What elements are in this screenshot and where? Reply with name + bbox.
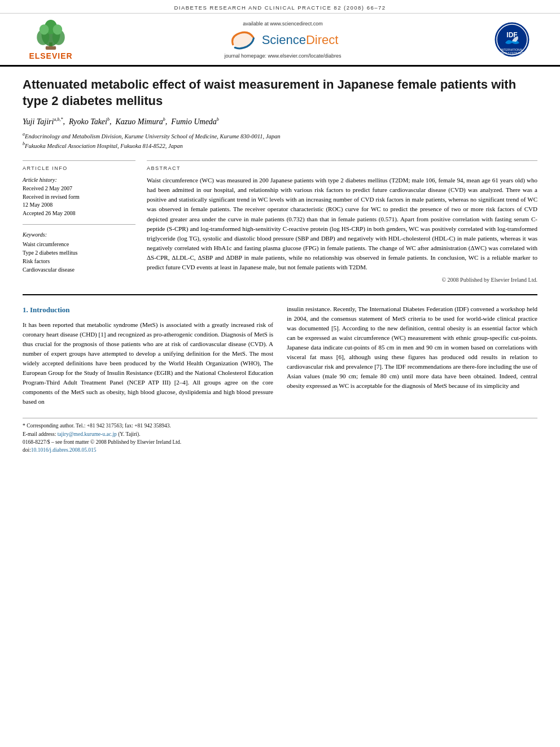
authors-line: Yuji Tajiria,b,*, Ryoko Takeib, Kazuo Mi… <box>23 117 537 126</box>
sd-science: Science <box>262 33 306 47</box>
journal-homepage-text: journal homepage: www.elsevier.com/locat… <box>224 53 341 59</box>
keyword-4: Cardiovascular disease <box>23 265 135 274</box>
sciencedirect-logo: ScienceDirect <box>228 30 339 50</box>
affiliations: aEndocrinology and Metabolism Division, … <box>23 131 537 151</box>
author-2-sup: b <box>107 117 110 122</box>
author-3-sup: b <box>163 117 165 122</box>
journal-header-text: DIABETES RESEARCH AND CLINICAL PRACTICE … <box>174 5 386 11</box>
affiliation-b-text: Fukuoka Medical Association Hospital, Fu… <box>25 143 183 149</box>
author-3: Kazuo Mimurab <box>115 117 165 126</box>
received-date: Received 2 May 2007 <box>23 185 135 193</box>
sd-direct: Direct <box>306 33 338 47</box>
affiliation-b: bFukuoka Medical Association Hospital, F… <box>23 141 537 150</box>
abstract-panel: ABSTRACT Waist circumference (WC) was me… <box>147 160 537 282</box>
section-divider <box>23 294 537 295</box>
author-2: Ryoko Takeib <box>69 117 110 126</box>
footnote-doi: doi:10.1016/j.diabres.2008.05.015 <box>23 446 537 454</box>
footnote-area: * Corresponding author. Tel.: +81 942 31… <box>23 418 537 454</box>
keyword-2: Type 2 diabetes mellitus <box>23 248 135 257</box>
keyword-1: Waist circumference <box>23 240 135 248</box>
intro-col2-text: insulin resistance. Recently, The Intern… <box>287 304 537 391</box>
abstract-title: ABSTRACT <box>147 165 537 171</box>
intro-col1-text: It has been reported that metabolic synd… <box>23 320 273 407</box>
author-4-sup: b <box>217 117 219 122</box>
info-divider <box>23 224 135 225</box>
affiliation-a-text: Endocrinology and Metabolism Division, K… <box>25 133 280 139</box>
affiliation-a: aEndocrinology and Metabolism Division, … <box>23 131 537 141</box>
introduction-col1: 1. Introduction It has been reported tha… <box>23 304 273 407</box>
introduction-columns: 1. Introduction It has been reported tha… <box>23 304 537 407</box>
sciencedirect-swoosh-icon <box>228 30 259 50</box>
elsevier-tree-icon <box>31 19 71 50</box>
footnote-email: E-mail address: tajiry@med.kurume-u.ac.j… <box>23 430 537 438</box>
author-1: Yuji Tajiria,b,* <box>23 117 63 126</box>
copyright-line: © 2008 Published by Elsevier Ireland Ltd… <box>147 277 537 283</box>
footnote-corresponding: * Corresponding author. Tel.: +81 942 31… <box>23 422 537 430</box>
abstract-text: Waist circumference (WC) was measured in… <box>147 176 537 272</box>
doi-link[interactable]: 10.1016/j.diabres.2008.05.015 <box>31 447 97 453</box>
article-title: Attenuated metabolic effect of waist mea… <box>23 77 537 109</box>
article-info-title: ARTICLE INFO <box>23 165 135 171</box>
svg-point-6 <box>53 24 63 34</box>
intro-heading: 1. Introduction <box>23 304 273 316</box>
author-4: Fumio Umedab <box>171 117 219 126</box>
author-1-sup: a,b,* <box>54 117 63 122</box>
main-content: Attenuated metabolic effect of waist mea… <box>0 67 560 465</box>
logo-area: ELSEVIER available at www.sciencedirect.… <box>0 14 560 67</box>
sciencedirect-brand-text: ScienceDirect <box>262 33 339 47</box>
intro-title: Introduction <box>30 305 70 314</box>
footnote-email-link[interactable]: tajiry@med.kurume-u.ac.jp <box>58 431 117 437</box>
svg-rect-7 <box>46 46 56 50</box>
introduction-col2: insulin resistance. Recently, The Intern… <box>287 304 537 407</box>
svg-point-5 <box>40 24 49 34</box>
keywords-label: Keywords: <box>23 231 135 238</box>
footnote-issn: 0168-8227/$ – see front matter © 2008 Pu… <box>23 438 537 446</box>
article-info-panel: ARTICLE INFO Article history: Received 2… <box>23 160 135 282</box>
page-wrapper: DIABETES RESEARCH AND CLINICAL PRACTICE … <box>0 0 560 465</box>
elsevier-logo: ELSEVIER <box>17 19 85 60</box>
accepted-date: Accepted 26 May 2008 <box>23 209 135 217</box>
journal-header: DIABETES RESEARCH AND CLINICAL PRACTICE … <box>0 0 560 14</box>
idf-badge-icon: IDF INTERNATIONAL DIABETES FEDERATION <box>491 21 533 58</box>
idf-logo: IDF INTERNATIONAL DIABETES FEDERATION <box>481 21 543 58</box>
article-history-label: Article history: <box>23 177 135 183</box>
revised-date: Received in revised form12 May 2008 <box>23 193 135 209</box>
intro-number: 1. <box>23 305 28 314</box>
available-text: available at www.sciencedirect.com <box>243 21 323 27</box>
svg-text:DIABETES FEDERATION: DIABETES FEDERATION <box>496 51 528 55</box>
center-logo: available at www.sciencedirect.com Scien… <box>85 21 481 59</box>
info-abstract-section: ARTICLE INFO Article history: Received 2… <box>23 160 537 282</box>
keyword-3: Risk factors <box>23 257 135 265</box>
elsevier-text: ELSEVIER <box>29 51 72 60</box>
